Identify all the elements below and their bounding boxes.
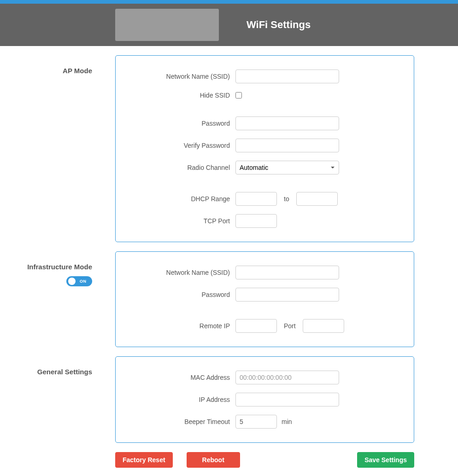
ssid-label: Network Name (SSID) [129, 73, 235, 80]
hide-ssid-label: Hide SSID [129, 92, 235, 99]
reboot-button[interactable]: Reboot [187, 452, 240, 468]
dhcp-range-label: DHCP Range [129, 195, 235, 203]
page-title: WiFi Settings [247, 19, 311, 31]
beeper-timeout-input[interactable] [235, 415, 277, 429]
infrastructure-mode-section: Infrastructure Mode ON Network Name (SSI… [0, 251, 414, 347]
mac-address-label: MAC Address [129, 374, 235, 381]
action-button-row: Factory Reset Reboot Save Settings [115, 452, 414, 468]
port-input[interactable] [303, 319, 344, 333]
general-settings-panel: MAC Address IP Address Beeper Timeout mi… [115, 356, 414, 443]
general-settings-title: General Settings [0, 356, 115, 443]
infra-ssid-label: Network Name (SSID) [129, 269, 235, 276]
tcp-port-input[interactable] [235, 214, 277, 228]
save-settings-button[interactable]: Save Settings [357, 452, 414, 468]
infra-ssid-input[interactable] [235, 266, 339, 279]
verify-password-label: Verify Password [129, 142, 235, 149]
infrastructure-mode-title: Infrastructure Mode [0, 251, 115, 271]
ap-password-label: Password [129, 120, 235, 127]
infra-password-input[interactable] [235, 288, 339, 302]
ap-ssid-input[interactable] [235, 70, 339, 83]
verify-password-input[interactable] [235, 139, 339, 152]
mac-address-input[interactable] [235, 371, 339, 384]
ap-mode-section: AP Mode Network Name (SSID) Hide SSID Pa… [0, 55, 414, 242]
tcp-port-label: TCP Port [129, 217, 235, 225]
page-header: WiFi Settings [0, 4, 458, 46]
beeper-timeout-label: Beeper Timeout [129, 418, 235, 425]
infrastructure-mode-toggle[interactable]: ON [66, 276, 92, 286]
logo-placeholder [115, 9, 219, 41]
factory-reset-button[interactable]: Factory Reset [115, 452, 173, 468]
toggle-knob [68, 278, 76, 285]
dhcp-to-label: to [284, 195, 289, 203]
min-label: min [282, 418, 292, 425]
remote-ip-label: Remote IP [129, 322, 235, 330]
hide-ssid-checkbox[interactable] [235, 92, 242, 99]
remote-ip-input[interactable] [235, 319, 277, 333]
dhcp-from-input[interactable] [235, 192, 277, 206]
ap-password-input[interactable] [235, 116, 339, 130]
dhcp-to-input[interactable] [296, 192, 338, 206]
radio-channel-label: Radio Channel [129, 164, 235, 171]
general-settings-section: General Settings MAC Address IP Address … [0, 356, 414, 443]
infra-password-label: Password [129, 291, 235, 298]
toggle-on-label: ON [80, 279, 87, 284]
top-accent-bar [0, 0, 458, 4]
radio-channel-select[interactable]: Automatic [235, 161, 339, 174]
infrastructure-mode-panel: Network Name (SSID) Password Remote IP P… [115, 251, 414, 347]
port-label: Port [284, 322, 296, 330]
ip-address-input[interactable] [235, 393, 339, 406]
ap-mode-title: AP Mode [0, 55, 115, 242]
ip-address-label: IP Address [129, 396, 235, 403]
ap-mode-panel: Network Name (SSID) Hide SSID Password V… [115, 55, 414, 242]
